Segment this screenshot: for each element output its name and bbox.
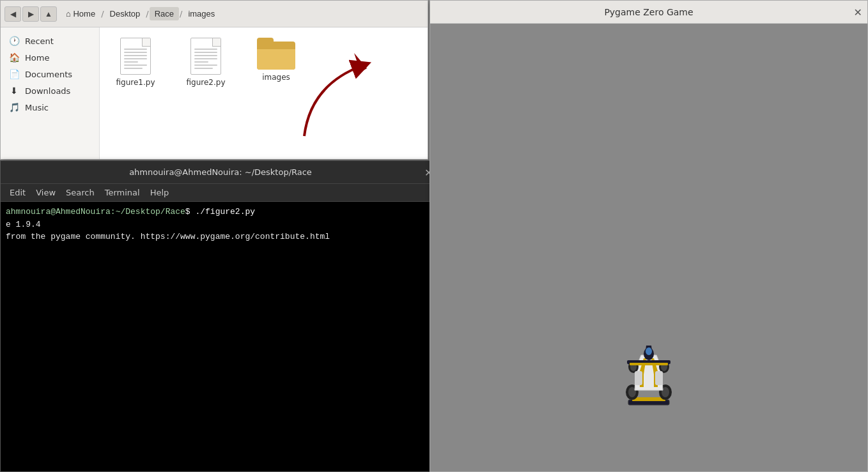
home-icon: ⌂ [66,9,71,19]
svg-point-9 [646,347,652,355]
file-manager-window: ◀ ▶ ▲ ⌂ Home / Desktop / Race / images 🕐… [0,0,428,160]
forward-button[interactable]: ▶ [22,6,39,22]
svg-marker-1 [354,53,367,72]
terminal-titlebar: ahmnouira@AhmedNouira: ~/Desktop/Race ✕ [1,161,440,184]
terminal-prompt-path: ahmnouira@AhmedNouira:~/Desktop/Race [6,207,185,217]
fm-sidebar: 🕐 Recent 🏠 Home 📄 Documents ⬇ Downloads … [1,27,100,159]
game-title: Pygame Zero Game [604,7,693,17]
terminal-menubar: Edit View Search Terminal Help [1,184,440,202]
file-figure1[interactable]: figure1.py [110,38,161,87]
sidebar-item-downloads[interactable]: ⬇ Downloads [1,82,99,99]
breadcrumb: ⌂ Home / Desktop / Race / images [61,7,220,20]
terminal-output-2: from the pygame community. https://www.p… [6,232,330,241]
fm-toolbar: ◀ ▶ ▲ ⌂ Home / Desktop / Race / images [1,1,428,27]
svg-rect-17 [655,371,663,385]
terminal-menu-view[interactable]: View [31,185,61,200]
py-file-icon [120,38,151,75]
recent-icon: 🕐 [8,36,20,46]
game-content [430,24,867,471]
arrow-annotation [298,34,400,151]
game-window: Pygame Zero Game ✕ [430,0,868,472]
terminal-title: ahmnouira@AhmedNouira: ~/Desktop/Race [129,167,312,177]
terminal-menu-search[interactable]: Search [61,185,100,200]
terminal-window: ahmnouira@AhmedNouira: ~/Desktop/Race ✕ … [0,160,441,472]
sidebar-item-music[interactable]: 🎵 Music [1,99,99,116]
py-file-icon-2 [190,38,221,75]
fm-body: 🕐 Recent 🏠 Home 📄 Documents ⬇ Downloads … [1,27,428,159]
sidebar-item-home[interactable]: 🏠 Home [1,49,99,66]
terminal-body[interactable]: ahmnouira@AhmedNouira:~/Desktop/Race$ ./… [1,202,440,471]
svg-rect-3 [632,397,665,401]
terminal-menu-edit[interactable]: Edit [4,185,31,200]
f1-car [623,342,674,415]
terminal-line-2: e 1.9.4 [6,218,435,231]
breadcrumb-images[interactable]: images [183,7,220,20]
sidebar-item-documents[interactable]: 📄 Documents [1,66,99,82]
terminal-menu-help[interactable]: Help [145,185,174,200]
music-icon: 🎵 [8,102,20,112]
back-button[interactable]: ◀ [4,6,21,22]
breadcrumb-home[interactable]: ⌂ Home [61,7,100,20]
sidebar-item-recent[interactable]: 🕐 Recent [1,33,99,49]
terminal-command: $ ./figure2.py [185,207,255,217]
terminal-line-1: ahmnouira@AhmedNouira:~/Desktop/Race$ ./… [6,206,435,218]
file-figure2[interactable]: figure2.py [180,38,231,87]
terminal-line-3: from the pygame community. https://www.p… [6,231,435,243]
game-titlebar: Pygame Zero Game ✕ [430,1,867,24]
svg-rect-15 [630,363,668,365]
breadcrumb-race[interactable]: Race [150,7,179,20]
folder-images-label: images [262,73,290,82]
file-figure2-label: figure2.py [186,78,225,87]
up-button[interactable]: ▲ [40,6,57,22]
folder-icon [257,38,295,70]
svg-rect-16 [635,371,642,385]
terminal-output-1: e 1.9.4 [6,220,41,229]
file-figure1-label: figure1.py [116,78,155,87]
documents-icon: 📄 [8,69,20,79]
home-sidebar-icon: 🏠 [8,52,20,63]
downloads-icon: ⬇ [8,86,20,96]
game-close-button[interactable]: ✕ [854,6,862,18]
folder-images[interactable]: images [251,38,302,82]
fm-content: figure1.py figure2.py [100,27,428,159]
breadcrumb-desktop[interactable]: Desktop [105,7,146,20]
terminal-menu-terminal[interactable]: Terminal [100,185,145,200]
